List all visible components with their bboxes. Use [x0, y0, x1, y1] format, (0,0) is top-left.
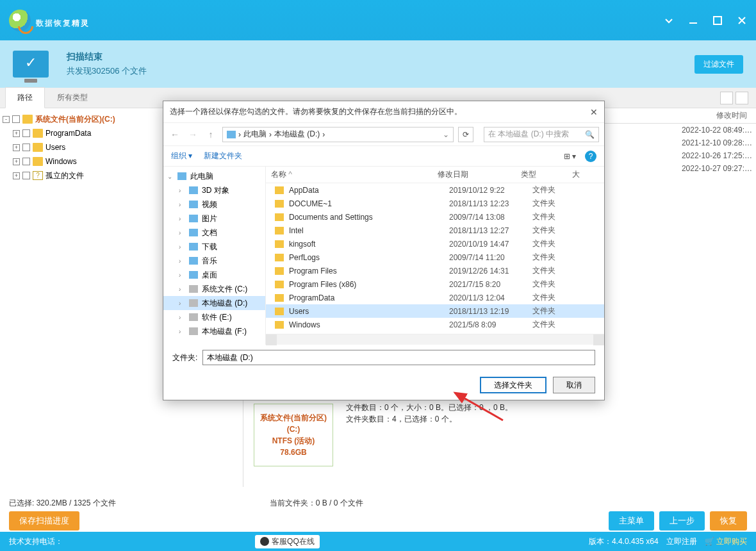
dialog-folder-row[interactable]: Program Files2019/12/26 14:31文件夹 — [266, 264, 604, 277]
dialog-list-header: 名称 ^ 修改日期 类型 大 — [266, 167, 604, 183]
checkbox[interactable] — [22, 172, 30, 179]
nav-up-icon[interactable]: ↑ — [204, 129, 217, 140]
place-this-pc[interactable]: ⌄此电脑 — [163, 169, 265, 183]
breadcrumb[interactable]: ›此电脑›本地磁盘 (D:)› ⌄ — [222, 127, 454, 142]
register-link[interactable]: 立即注册 — [666, 536, 697, 547]
view-grid-icon[interactable] — [720, 92, 733, 104]
folder-picker-dialog: 选择一个路径以保存您勾选的文件。请勿将要恢复的文件保存在您当前扫描的分区中。 ✕… — [163, 101, 605, 400]
nav-forward-icon[interactable]: → — [186, 129, 199, 140]
place-music[interactable]: ›音乐 — [163, 254, 265, 268]
checkbox[interactable] — [22, 129, 30, 137]
place-drive-e[interactable]: ›软件 (E:) — [163, 310, 265, 324]
place-videos[interactable]: ›视频 — [163, 197, 265, 211]
status-selected: 已选择: 320.2MB / 1325 个文件 — [9, 498, 116, 509]
folder-icon — [275, 240, 284, 248]
folder-icon — [189, 271, 198, 279]
view-options-icon[interactable]: ⊞ ▾ — [564, 152, 576, 161]
dialog-places-tree: ⌄此电脑 ›3D 对象 ›视频 ›图片 ›文档 ›下载 ›音乐 ›桌面 ›系统文… — [163, 167, 266, 345]
dialog-folder-row[interactable]: ProgramData2020/11/3 12:04文件夹 — [266, 291, 604, 304]
save-progress-button[interactable]: 保存扫描进度 — [9, 511, 79, 530]
folder-icon — [33, 143, 43, 152]
dialog-folder-row[interactable]: AppData2019/10/12 9:22文件夹 — [266, 183, 604, 197]
scan-status-subtitle: 共发现302506 个文件 — [67, 65, 147, 77]
place-desktop[interactable]: ›桌面 — [163, 268, 265, 282]
titlebar: 数据恢复精灵 — [0, 0, 756, 40]
place-drive-f[interactable]: ›本地磁盘 (F:) — [163, 324, 265, 338]
tab-all-types[interactable]: 所有类型 — [45, 87, 100, 108]
chevron-down-icon[interactable]: ⌄ — [443, 130, 449, 139]
dialog-folder-row[interactable]: Windows2021/5/8 8:09文件夹 — [266, 318, 604, 331]
logo-icon — [9, 10, 31, 31]
col-type[interactable]: 类型 — [516, 169, 567, 180]
drive-icon — [22, 115, 33, 124]
folder-icon — [275, 294, 284, 302]
buy-link[interactable]: 🛒 立即购买 — [705, 536, 747, 547]
dialog-folder-row[interactable]: Users2018/11/13 12:19文件夹 — [266, 304, 604, 318]
folder-icon — [275, 200, 284, 208]
folder-icon — [275, 227, 284, 234]
dialog-folder-row[interactable]: Documents and Settings2009/7/14 13:08文件夹 — [266, 210, 604, 224]
new-folder-button[interactable]: 新建文件夹 — [204, 151, 242, 161]
checkbox[interactable] — [22, 158, 30, 165]
folder-icon — [33, 129, 43, 138]
col-modtime[interactable]: 修改时间 — [711, 110, 752, 121]
place-downloads[interactable]: ›下载 — [163, 240, 265, 254]
maximize-icon[interactable] — [712, 15, 723, 26]
checkbox[interactable] — [12, 115, 20, 123]
place-drive-c[interactable]: ›系统文件 (C:) — [163, 282, 265, 296]
selection-info: 文件数目：0 个，大小：0 B。已选择：0 ，0 B。 文件夹数目：4，已选择：… — [346, 402, 513, 425]
search-input[interactable]: 在 本地磁盘 (D:) 中搜索🔍 — [484, 127, 599, 142]
filter-files-button[interactable]: 过滤文件 — [694, 55, 743, 74]
drive-icon — [189, 313, 198, 321]
dialog-folder-row[interactable]: Program Files (x86)2021/7/15 8:20文件夹 — [266, 277, 604, 291]
place-documents[interactable]: ›文档 — [163, 226, 265, 240]
dialog-folder-row[interactable]: PerfLogs2009/7/14 11:20文件夹 — [266, 251, 604, 264]
place-3d[interactable]: ›3D 对象 — [163, 183, 265, 197]
select-folder-button[interactable]: 选择文件夹 — [480, 377, 546, 393]
dialog-title: 选择一个路径以保存您勾选的文件。请勿将要恢复的文件保存在您当前扫描的分区中。 — [170, 106, 462, 117]
col-date[interactable]: 修改日期 — [432, 169, 516, 180]
col-size[interactable]: 大 — [567, 169, 585, 180]
view-list-icon[interactable] — [735, 92, 748, 104]
organize-menu[interactable]: 组织 ▾ — [171, 151, 192, 161]
dialog-folder-row[interactable]: kingsoft2020/10/19 14:47文件夹 — [266, 237, 604, 251]
qq-icon — [260, 537, 269, 546]
dialog-close-icon[interactable]: ✕ — [590, 107, 598, 117]
folder-icon — [189, 215, 198, 222]
dropdown-icon[interactable] — [664, 15, 674, 26]
main-menu-button[interactable]: 主菜单 — [609, 511, 654, 530]
folder-field-input[interactable] — [202, 350, 595, 365]
pc-icon — [227, 131, 236, 138]
drive-icon — [189, 285, 198, 293]
support-phone-label: 技术支持电话： — [9, 536, 63, 547]
minimize-icon[interactable] — [688, 15, 698, 26]
dialog-folder-row[interactable]: Intel2018/11/13 12:27文件夹 — [266, 224, 604, 237]
pc-icon — [177, 172, 186, 180]
refresh-icon[interactable]: ⟳ — [458, 127, 473, 142]
cancel-button[interactable]: 取消 — [553, 377, 595, 393]
dialog-folder-row[interactable]: DOCUME~12018/11/13 12:23文件夹 — [266, 197, 604, 210]
recover-button[interactable]: 恢复 — [710, 511, 747, 530]
svg-rect-0 — [714, 17, 721, 24]
checkbox[interactable] — [22, 144, 30, 151]
prev-step-button[interactable]: 上一步 — [659, 511, 705, 530]
tab-path[interactable]: 路径 — [5, 87, 45, 108]
drive-icon — [189, 299, 198, 307]
folder-icon — [275, 254, 284, 261]
search-icon: 🔍 — [585, 130, 595, 139]
nav-back-icon[interactable]: ← — [168, 129, 181, 140]
drive-card[interactable]: 系统文件(当前分区)(C:) NTFS (活动) 78.6GB — [254, 404, 333, 466]
status-current-folder: 当前文件夹：0 B / 0 个文件 — [270, 498, 363, 509]
folder-icon — [275, 281, 284, 288]
close-icon[interactable] — [737, 15, 747, 26]
folder-icon — [189, 201, 198, 208]
folder-icon — [275, 186, 284, 194]
help-icon[interactable]: ? — [585, 151, 596, 162]
col-name[interactable]: 名称 ^ — [266, 169, 432, 180]
horizontal-scrollbar[interactable] — [266, 334, 604, 345]
folder-icon — [189, 243, 198, 251]
place-drive-d[interactable]: ›本地磁盘 (D:) — [163, 296, 265, 310]
qq-support-button[interactable]: 客服QQ在线 — [255, 535, 320, 548]
drive-icon — [189, 327, 198, 335]
place-pictures[interactable]: ›图片 — [163, 211, 265, 226]
